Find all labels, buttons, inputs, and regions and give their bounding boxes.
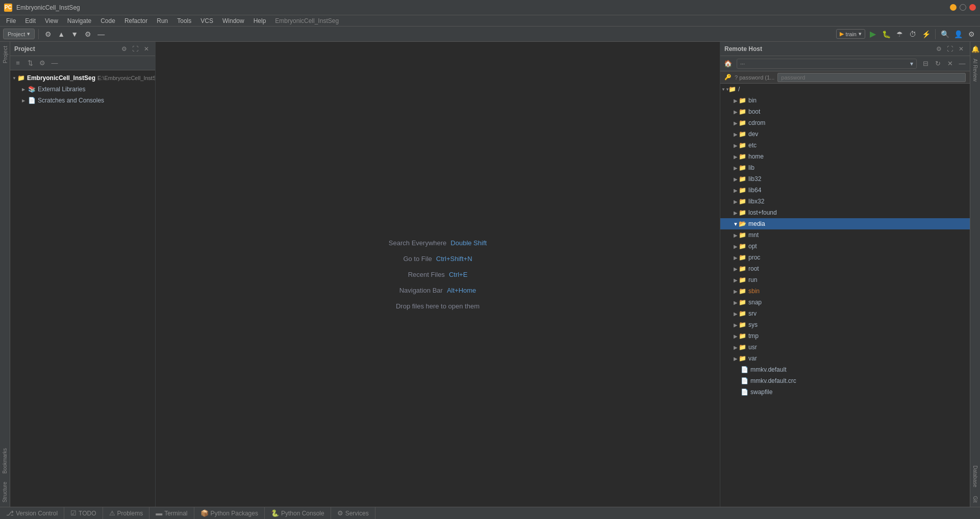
menu-tools[interactable]: Tools: [173, 16, 195, 25]
remote-tree-root[interactable]: ▼ 📁 /: [720, 84, 970, 95]
minimize-button[interactable]: [950, 4, 957, 11]
remote-tree-mmkv-crc[interactable]: 📄 mmkv.default.crc: [720, 375, 970, 386]
hint-shortcut-recent[interactable]: Ctrl+E: [449, 271, 467, 278]
remote-tree-lib32[interactable]: ▶ 📁 lib32: [720, 173, 970, 185]
tab-terminal[interactable]: ▬ Terminal: [149, 507, 194, 519]
proj-filter-btn[interactable]: ⚙: [37, 58, 48, 69]
remote-close-icon[interactable]: ✕: [957, 44, 966, 54]
remote-tree-lib64[interactable]: ▶ 📁 lib64: [720, 185, 970, 196]
proj-sort-btn[interactable]: ⇅: [24, 58, 36, 69]
remote-tree-var[interactable]: ▶ 📁 var: [720, 353, 970, 364]
project-panel-expand-icon[interactable]: ⛶: [131, 44, 140, 54]
swapfile-label: swapfile: [750, 388, 772, 396]
proj-minimize-btn[interactable]: —: [49, 58, 60, 69]
remote-tree-mmkv-default[interactable]: 📄 mmkv.default: [720, 364, 970, 375]
settings-icon[interactable]: ⚙: [966, 29, 977, 40]
remote-tree-etc[interactable]: ▶ 📁 etc: [720, 140, 970, 151]
remote-tree-root[interactable]: ▶ 📁 root: [720, 263, 970, 274]
remote-tree-bin[interactable]: ▶ 📁 bin: [720, 95, 970, 106]
run-config-dropdown[interactable]: ▶ train ▾: [836, 29, 865, 39]
profile-button[interactable]: ⏱: [907, 29, 918, 40]
remote-home-btn[interactable]: 🏠: [722, 58, 734, 69]
remote-tree-swapfile[interactable]: 📄 swapfile: [720, 386, 970, 398]
remote-tree-snap[interactable]: ▶ 📁 snap: [720, 297, 970, 308]
project-panel-settings-icon[interactable]: ⚙: [119, 44, 129, 54]
remote-tree-sys[interactable]: ▶ 📁 sys: [720, 319, 970, 330]
remote-tree-cdrom[interactable]: ▶ 📁 cdrom: [720, 117, 970, 128]
account-icon[interactable]: 👤: [952, 29, 964, 40]
tab-python-console[interactable]: 🐍 Python Console: [265, 507, 331, 519]
remote-tree-opt[interactable]: ▶ 📁 opt: [720, 241, 970, 252]
remote-tree-sbin[interactable]: ▶ 📁 sbin: [720, 286, 970, 297]
password-input[interactable]: [777, 73, 966, 82]
opt-arrow: ▶: [733, 244, 739, 249]
maximize-button[interactable]: [960, 4, 966, 11]
database-strip-label[interactable]: Database: [970, 461, 980, 491]
notifications-icon[interactable]: 🔔: [970, 44, 980, 54]
lostfound-label: lost+found: [748, 209, 777, 216]
debug-button[interactable]: 🐛: [881, 29, 892, 40]
remote-tree-usr[interactable]: ▶ 📁 usr: [720, 342, 970, 353]
remote-tree-dev[interactable]: ▶ 📁 dev: [720, 128, 970, 140]
remote-conn-selector[interactable]: ··· ▾: [737, 59, 917, 69]
proj-collapse-all-btn[interactable]: ≡: [12, 58, 23, 69]
concurrency-button[interactable]: ⚡: [920, 29, 932, 40]
tab-python-packages[interactable]: 📦 Python Packages: [194, 507, 265, 519]
remote-tree-run[interactable]: ▶ 📁 run: [720, 274, 970, 286]
toolbar-close-panel-icon[interactable]: —: [95, 29, 107, 40]
toolbar-config-icon[interactable]: ⚙: [82, 29, 93, 40]
structure-strip-label[interactable]: Structure: [0, 478, 10, 507]
remote-tree-lib[interactable]: ▶ 📁 lib: [720, 162, 970, 173]
remote-settings-icon[interactable]: ⚙: [934, 44, 943, 54]
menu-edit[interactable]: Edit: [21, 16, 40, 25]
remote-tree-proc[interactable]: ▶ 📁 proc: [720, 252, 970, 263]
menu-code[interactable]: Code: [96, 16, 119, 25]
remote-tree-lost-found[interactable]: ▶ 📁 lost+found: [720, 207, 970, 218]
hint-shortcut-goto[interactable]: Ctrl+Shift+N: [436, 255, 472, 263]
coverage-button[interactable]: ☂: [894, 29, 905, 40]
toolbar-up-icon[interactable]: ▲: [56, 29, 67, 40]
tab-services[interactable]: ⚙ Services: [331, 507, 375, 519]
remote-expand-icon[interactable]: ⛶: [945, 44, 954, 54]
tree-item-scratches[interactable]: 📄 Scratches and Consoles: [10, 95, 155, 106]
menu-help[interactable]: Help: [249, 16, 270, 25]
toolbar-down-icon[interactable]: ▼: [69, 29, 80, 40]
tab-version-control[interactable]: ⎇ Version Control: [0, 507, 64, 519]
tab-problems[interactable]: ⚠ Problems: [103, 507, 150, 519]
remote-tree-srv[interactable]: ▶ 📁 srv: [720, 308, 970, 319]
remote-minimize-btn[interactable]: —: [957, 58, 968, 69]
git-strip-label[interactable]: Git: [970, 492, 980, 507]
menu-vcs[interactable]: VCS: [196, 16, 217, 25]
menu-view[interactable]: View: [41, 16, 62, 25]
remote-cols-btn[interactable]: ⊟: [920, 58, 931, 69]
remote-tree-libx32[interactable]: ▶ 📁 libx32: [720, 196, 970, 207]
menu-file[interactable]: File: [2, 16, 20, 25]
project-panel-close-icon[interactable]: ✕: [142, 44, 151, 54]
hint-shortcut-search[interactable]: Double Shift: [450, 239, 487, 247]
project-dropdown[interactable]: Project ▾: [3, 29, 35, 39]
bookmarks-strip-label[interactable]: Bookmarks: [0, 444, 10, 478]
remote-tree-home[interactable]: ▶ 📁 home: [720, 151, 970, 162]
menu-navigate[interactable]: Navigate: [63, 16, 95, 25]
ai-review-strip-label[interactable]: AI Review: [970, 55, 980, 86]
tree-item-external-libraries[interactable]: 📚 External Libraries: [10, 84, 155, 95]
remote-disconnect-btn[interactable]: ✕: [944, 58, 956, 69]
tree-item-root[interactable]: 📁 EmbryonicCell_InstSeg E:\EmbryonicCell…: [10, 72, 155, 84]
menu-run[interactable]: Run: [153, 16, 172, 25]
remote-tree-media[interactable]: ▼ 📂 media: [720, 218, 970, 229]
project-strip-label[interactable]: Project: [0, 42, 10, 67]
search-everywhere-icon[interactable]: 🔍: [939, 29, 950, 40]
run-button[interactable]: ▶: [867, 29, 878, 40]
toolbar-settings-icon[interactable]: ⚙: [42, 29, 54, 40]
tab-todo[interactable]: ☑ TODO: [64, 507, 103, 519]
close-button[interactable]: [969, 4, 976, 11]
hint-shortcut-navbar[interactable]: Alt+Home: [447, 287, 476, 294]
remote-tree-tmp[interactable]: ▶ 📁 tmp: [720, 330, 970, 342]
remote-tree-boot[interactable]: ▶ 📁 boot: [720, 106, 970, 117]
remote-refresh-btn[interactable]: ↻: [932, 58, 943, 69]
bin-arrow: ▶: [733, 98, 739, 103]
menu-refactor[interactable]: Refactor: [120, 16, 152, 25]
remote-tree-mnt[interactable]: ▶ 📁 mnt: [720, 229, 970, 241]
menu-window[interactable]: Window: [218, 16, 248, 25]
root-folder-icon: 📁: [17, 74, 25, 82]
